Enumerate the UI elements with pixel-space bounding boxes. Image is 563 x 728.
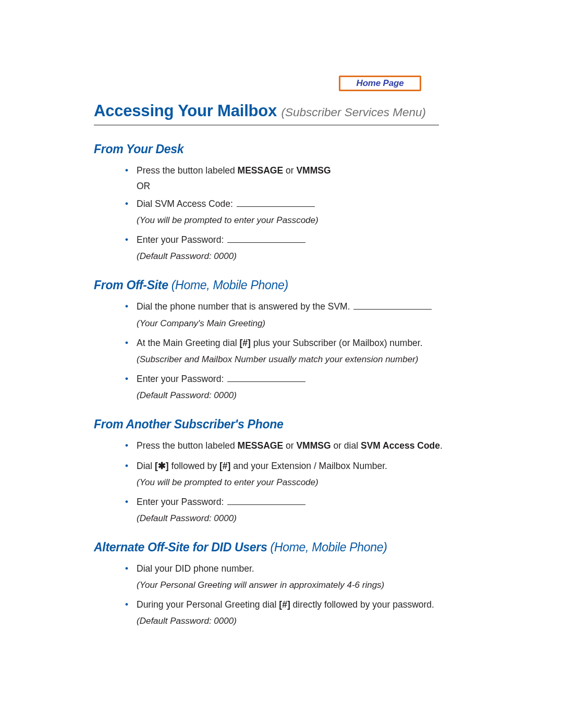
steps-did: Dial your DID phone number. (94, 562, 469, 576)
section-heading-did: Alternate Off-Site for DID Users (Home, … (94, 540, 469, 554)
document-page: Home Page Accessing Your Mailbox (Subscr… (0, 0, 563, 728)
section-heading-offsite: From Off-Site (Home, Mobile Phone) (94, 278, 469, 292)
heading-text: From Your Desk (94, 142, 183, 156)
text: followed by (169, 461, 219, 471)
section-heading-another: From Another Subscriber's Phone (94, 417, 469, 431)
list-item: Dial the phone number that is answered b… (125, 300, 469, 314)
text: directly followed by your password. (290, 599, 434, 610)
title-main: Accessing Your Mailbox (94, 102, 277, 120)
text: During your Personal Greeting dial (137, 599, 279, 610)
text: Press the button labeled (137, 440, 238, 451)
text: plus your Subscriber (or Mailbox) number… (251, 338, 423, 348)
page-title: Accessing Your Mailbox (Subscriber Servi… (94, 102, 469, 120)
bold-text: [#] (279, 599, 290, 610)
blank-line (227, 381, 305, 382)
note-text: (Default Password: 0000) (94, 390, 469, 401)
bold-text: SVM Access Code (361, 440, 440, 451)
list-item: Enter your Password: (125, 372, 469, 386)
blank-line (237, 206, 315, 207)
blank-line (227, 504, 305, 505)
text: Dial SVM Access Code: (137, 199, 233, 209)
list-item: Dial SVM Access Code: (125, 197, 469, 211)
steps-desk-cont2: Enter your Password: (94, 233, 469, 247)
text: Enter your Password: (137, 374, 224, 384)
list-item: Press the button labeled MESSAGE or VMMS… (125, 164, 469, 178)
list-item: Press the button labeled MESSAGE or VMMS… (125, 439, 469, 453)
steps-another: Press the button labeled MESSAGE or VMMS… (94, 439, 469, 473)
text: Enter your Password: (137, 235, 224, 245)
text: Dial (137, 461, 155, 471)
note-text: (You will be prompted to enter your Pass… (94, 215, 469, 226)
list-item: During your Personal Greeting dial [#] d… (125, 598, 469, 612)
text: Enter your Password: (137, 497, 224, 507)
title-rule (94, 125, 439, 126)
bold-text: [#] (219, 461, 230, 471)
bold-text: MESSAGE (238, 165, 284, 176)
steps-desk: Press the button labeled MESSAGE or VMMS… (94, 164, 469, 178)
blank-line (227, 242, 305, 243)
text: Dial your DID phone number. (137, 563, 254, 574)
list-item: Dial [✱] followed by [#] and your Extens… (125, 459, 469, 473)
note-text: (Default Password: 0000) (94, 251, 469, 262)
note-text: (Subscriber and Mailbox Number usually m… (94, 354, 469, 365)
bold-text: MESSAGE (238, 440, 284, 451)
title-subtitle: (Subscriber Services Menu) (281, 106, 426, 119)
text: Press the button labeled (137, 165, 238, 176)
bold-text: VMMSG (296, 165, 331, 176)
list-item: Enter your Password: (125, 495, 469, 509)
list-item: At the Main Greeting dial [#] plus your … (125, 336, 469, 350)
steps-did-2: During your Personal Greeting dial [#] d… (94, 598, 469, 612)
bold-text: [#] (239, 338, 250, 348)
home-page-button[interactable]: Home Page (339, 76, 421, 91)
heading-paren: (Home, Mobile Phone) (271, 540, 387, 554)
steps-desk-cont: Dial SVM Access Code: (94, 197, 469, 211)
note-text: (Your Personal Greeting will answer in a… (94, 580, 469, 590)
steps-offsite-3: Enter your Password: (94, 372, 469, 386)
section-heading-desk: From Your Desk (94, 142, 469, 156)
blank-line (353, 309, 432, 310)
note-text: (You will be prompted to enter your Pass… (94, 477, 469, 488)
heading-paren: (Home, Mobile Phone) (172, 278, 288, 292)
bold-text: [✱] (155, 461, 169, 471)
bold-text: VMMSG (296, 440, 331, 451)
note-text: (Default Password: 0000) (94, 616, 469, 626)
text: or (283, 165, 296, 176)
heading-text: From Another Subscriber's Phone (94, 417, 283, 431)
note-text: (Default Password: 0000) (94, 513, 469, 524)
steps-offsite-2: At the Main Greeting dial [#] plus your … (94, 336, 469, 350)
heading-text: Alternate Off-Site for DID Users (94, 540, 267, 554)
note-text: (Your Company's Main Greeting) (94, 318, 469, 329)
list-item: Dial your DID phone number. (125, 562, 469, 576)
text: or dial (331, 440, 361, 451)
text: At the Main Greeting dial (137, 338, 239, 348)
text: and your Extension / Mailbox Number. (230, 461, 387, 471)
list-item: Enter your Password: (125, 233, 469, 247)
or-text: OR (94, 181, 469, 192)
home-page-label: Home Page (357, 78, 404, 89)
text: . (440, 440, 443, 451)
steps-another-2: Enter your Password: (94, 495, 469, 509)
text: or (283, 440, 296, 451)
heading-text: From Off-Site (94, 278, 168, 292)
steps-offsite: Dial the phone number that is answered b… (94, 300, 469, 314)
text: Dial the phone number that is answered b… (137, 301, 350, 312)
